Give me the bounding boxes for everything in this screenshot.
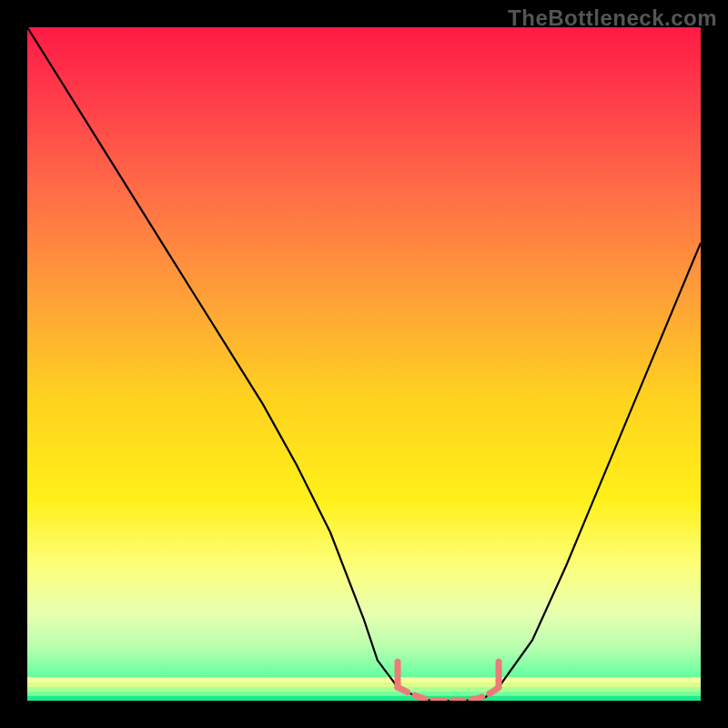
plot-svg [27, 27, 701, 701]
svg-rect-4 [27, 696, 701, 701]
watermark-text: TheBottleneck.com [508, 5, 717, 31]
plot-area [27, 27, 701, 701]
gradient-background [27, 27, 701, 701]
chart-frame: TheBottleneck.com [0, 0, 728, 728]
svg-rect-0 [27, 677, 701, 683]
bottom-color-bands [27, 677, 701, 701]
